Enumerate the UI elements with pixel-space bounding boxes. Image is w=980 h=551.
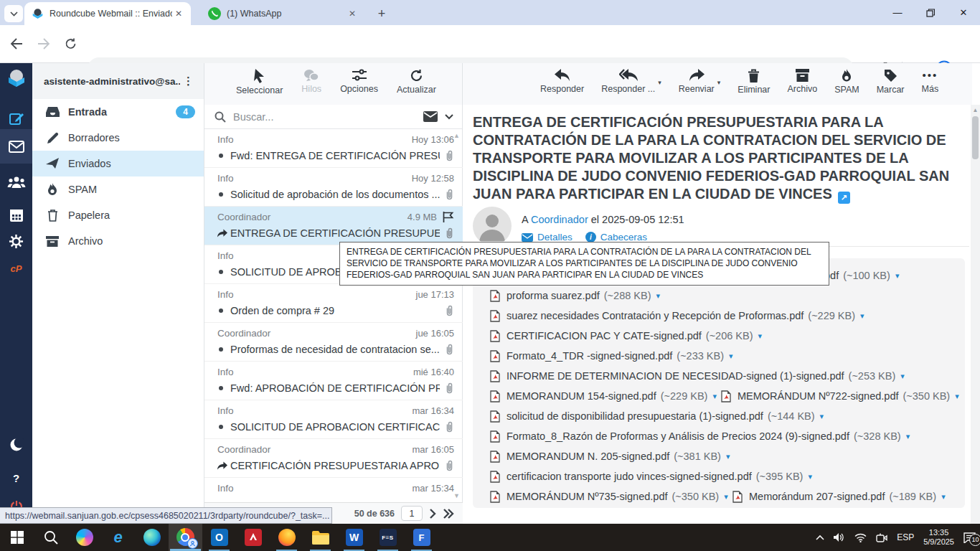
forward-icon[interactable] — [37, 38, 50, 50]
mail-nav-button[interactable] — [0, 129, 32, 164]
attachment-menu-icon[interactable]: ▾ — [955, 392, 959, 401]
attachment-item[interactable]: INFORME DE DETERMINACION DE NECESIDAD-si… — [490, 366, 965, 386]
recipient-link[interactable]: Coordinador — [531, 214, 588, 225]
delete-button[interactable]: Eliminar — [738, 69, 770, 95]
sidebar-item-spam[interactable]: SPAM — [32, 176, 204, 202]
attachment-menu-icon[interactable]: ▾ — [941, 492, 946, 501]
tab-whatsapp[interactable]: (1) WhatsApp ✕ — [201, 2, 364, 25]
sidebar-item-archivo[interactable]: Archivo — [32, 228, 204, 254]
attachment-item[interactable]: solicitud de disponibilidad presupuestar… — [490, 406, 965, 426]
tab-close-icon[interactable]: ✕ — [172, 7, 185, 20]
flag-icon[interactable] — [443, 212, 454, 222]
attachment-item[interactable]: Memorándum 207-signed.pdf(~189 KB)▾ — [732, 486, 946, 507]
attachment-menu-icon[interactable]: ▾ — [906, 432, 910, 441]
attachment-item[interactable]: MEMORANDUM 154-signed.pdf(~229 KB)▾ — [490, 386, 721, 406]
restore-button[interactable] — [914, 0, 947, 25]
details-link[interactable]: Detalles — [522, 232, 573, 242]
fes-app-button[interactable]: F≡S — [371, 524, 405, 551]
scroll-down-icon[interactable]: ▼ — [453, 492, 460, 499]
mark-button[interactable]: Marcar — [877, 69, 905, 95]
wifi-icon[interactable] — [854, 533, 867, 542]
attachment-menu-icon[interactable]: ▾ — [895, 271, 900, 281]
account-header[interactable]: asistente-administrativo@sa... ⋮ — [32, 63, 204, 99]
outlook-button[interactable]: O — [202, 524, 236, 551]
dark-mode-moon-icon[interactable] — [0, 430, 32, 459]
attachment-menu-icon[interactable]: ▾ — [758, 331, 763, 341]
attachment-menu-icon[interactable]: ▾ — [729, 352, 733, 361]
reply-all-button[interactable]: Responder ... — [601, 69, 655, 94]
attachment-item[interactable]: Formato_8_Razón de Proformas y Análisis … — [490, 426, 965, 446]
threads-button[interactable]: Hilos — [301, 69, 321, 94]
reply-all-caret-icon[interactable]: ▾ — [658, 79, 661, 86]
notifications-button[interactable]: 10 — [963, 532, 976, 543]
attachment-menu-icon[interactable]: ▾ — [712, 392, 717, 401]
attachment-menu-icon[interactable]: ▾ — [724, 492, 728, 501]
external-link-icon[interactable]: ↗ — [838, 192, 850, 204]
last-page-icon[interactable] — [443, 509, 454, 519]
minimize-button[interactable]: — — [881, 0, 914, 25]
copilot-button[interactable] — [67, 524, 101, 551]
attachment-item[interactable]: Formato_4_TDR -signed-signed.pdf(~233 KB… — [490, 346, 965, 366]
page-number-box[interactable]: 1 — [401, 506, 423, 521]
help-button[interactable]: ? — [0, 463, 32, 492]
attachment-item[interactable]: CERTIFICACION PAC Y CATE-signed.pdf(~206… — [490, 326, 965, 346]
select-button[interactable]: Seleccionar — [236, 69, 283, 95]
firefox-button[interactable] — [270, 524, 303, 551]
attachment-menu-icon[interactable]: ▾ — [860, 311, 864, 321]
reply-button[interactable]: Responder — [540, 69, 584, 94]
sidebar-item-entrada[interactable]: Entrada 4 — [32, 99, 204, 125]
message-row[interactable]: Coordinadorjue 16:05 Proformas de necesi… — [204, 323, 463, 362]
internet-explorer-button[interactable]: e — [101, 524, 135, 551]
start-button[interactable] — [0, 524, 34, 551]
taskbar-search-button[interactable] — [34, 524, 67, 551]
attachment-menu-icon[interactable]: ▾ — [726, 452, 730, 461]
meet-now-icon[interactable] — [876, 533, 887, 542]
scrollbar-thumb[interactable] — [972, 116, 979, 159]
word-button[interactable]: W — [337, 524, 371, 551]
acrobat-button[interactable] — [236, 524, 270, 551]
close-window-button[interactable]: ✕ — [947, 0, 980, 25]
tab-roundcube[interactable]: Roundcube Webmail :: Enviados ✕ — [24, 2, 191, 25]
sidebar-item-borradores[interactable]: Borradores — [32, 125, 204, 151]
forward-button[interactable]: Reenviar — [679, 69, 715, 94]
more-button[interactable]: ••• Más — [922, 69, 939, 94]
blue-f-app-button[interactable]: F — [405, 524, 438, 551]
search-options-chevron-icon[interactable] — [445, 114, 453, 120]
attachment-menu-icon[interactable]: ▾ — [808, 472, 812, 481]
cpanel-icon[interactable]: cP — [0, 254, 32, 283]
attachment-item[interactable]: suarez necesidades Contratación y Recepc… — [490, 306, 965, 326]
attachment-item[interactable]: proforma suarez.pdf(~288 KB)▾ — [490, 286, 965, 306]
taskbar-clock[interactable]: 13:35 5/9/2025 — [923, 528, 954, 547]
message-row[interactable]: Infomié 16:40 Fwd: APROBACIÓN DE CERTIFI… — [204, 362, 463, 400]
settings-gear-icon[interactable] — [0, 227, 32, 255]
search-scope-mail-icon[interactable] — [423, 111, 438, 122]
contacts-button[interactable] — [0, 168, 32, 197]
mail-scrollbar[interactable]: ▲ — [971, 105, 980, 524]
sidebar-item-papelera[interactable]: Papelera — [32, 202, 204, 228]
attachment-menu-icon[interactable]: ▾ — [656, 291, 660, 301]
headers-link[interactable]: i Cabeceras — [585, 232, 647, 242]
tab-close-icon[interactable]: ✕ — [346, 7, 359, 20]
edge-button[interactable] — [135, 524, 169, 551]
tray-expand-chevron-icon[interactable] — [816, 534, 824, 540]
refresh-button[interactable]: Actualizar — [397, 69, 436, 95]
new-tab-button[interactable]: + — [373, 5, 390, 22]
scroll-up-icon[interactable]: ▲ — [453, 132, 460, 139]
spam-button[interactable]: SPAM — [834, 69, 859, 95]
message-row[interactable]: Infomar 16:34 SOLICITUD DE APROBACION CE… — [204, 400, 463, 439]
language-indicator[interactable]: ESP — [897, 532, 914, 542]
message-row[interactable]: InfoHoy 13:06 Fwd: ENTREGA DE CERTIFICAC… — [204, 129, 463, 168]
message-row[interactable]: Infojue 17:13 Orden de compra # 29 — [204, 284, 463, 323]
options-button[interactable]: Opciones — [340, 69, 378, 94]
tab-search-button[interactable] — [4, 5, 23, 22]
calendar-button[interactable] — [0, 201, 32, 230]
attachment-menu-icon[interactable]: ▾ — [820, 412, 824, 421]
attachment-menu-icon[interactable]: ▾ — [900, 372, 905, 381]
sidebar-item-enviados[interactable]: Enviados — [32, 151, 204, 176]
search-input[interactable] — [233, 111, 423, 123]
volume-icon[interactable] — [834, 532, 845, 542]
attachment-item[interactable]: MEMORÁNDUM Nº735-signed.pdf(~350 KB)▾ — [490, 486, 732, 507]
attachment-item[interactable]: MEMORÁNDUM Nº722-signed.pdf(~350 KB)▾ — [721, 386, 959, 406]
account-menu-icon[interactable]: ⋮ — [180, 75, 197, 88]
scroll-up-icon[interactable]: ▲ — [972, 107, 979, 113]
